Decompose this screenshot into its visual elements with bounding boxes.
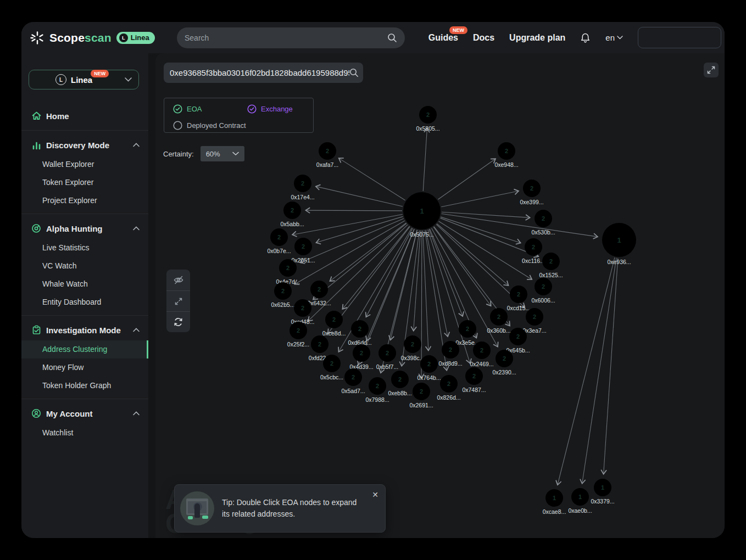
graph-node[interactable]: 20x3ea7...: [522, 308, 546, 334]
graph-node[interactable]: 20x62b5...: [271, 282, 294, 308]
sidebar-item-watchlist[interactable]: Watchlist: [21, 424, 148, 442]
graph-node[interactable]: 20xd6dd...: [348, 320, 371, 346]
graph-node[interactable]: 10xe936...: [602, 223, 636, 265]
svg-text:2: 2: [318, 341, 321, 348]
sidebar-section-home: Home: [21, 102, 148, 130]
graph-node[interactable]: 20xeb8b...: [388, 371, 411, 396]
graph-node[interactable]: 20x7487...: [462, 367, 486, 393]
node-address-label: 0xe936...: [607, 259, 631, 265]
graph-node[interactable]: 20x17e4...: [291, 175, 314, 200]
search-icon[interactable]: [349, 68, 359, 77]
graph-node[interactable]: 20xe399...: [520, 180, 543, 205]
sidebar-item-address-clustering[interactable]: Address Clustering: [21, 340, 148, 359]
filter-deployed-contract[interactable]: Deployed Contract: [173, 121, 304, 130]
node-address-label: 0x2691...: [409, 402, 433, 408]
chevron-down-icon: [232, 152, 239, 156]
svg-text:2: 2: [516, 333, 520, 340]
svg-text:1: 1: [578, 494, 582, 500]
language-selector[interactable]: en: [605, 33, 623, 42]
graph-node[interactable]: 20x4d39...: [349, 344, 373, 370]
nav-docs[interactable]: Docs: [473, 33, 494, 43]
graph-node[interactable]: 10x3379...: [591, 479, 614, 505]
tip-illustration: [180, 491, 214, 525]
graph-node[interactable]: 20x360b...: [487, 308, 510, 334]
sidebar-section-discovery-mode: Discovery ModeWallet ExplorerToken Explo…: [21, 130, 148, 214]
node-address-label: 0xd8d9...: [438, 360, 462, 367]
sidebar-item-whale-watch[interactable]: Whale Watch: [21, 275, 148, 293]
svg-text:2: 2: [426, 111, 430, 118]
brand[interactable]: Scopescan L Linea: [30, 22, 155, 53]
filter-exchange[interactable]: Exchange: [247, 104, 304, 114]
graph-edge: [558, 257, 615, 485]
sidebar-section-my-account: My AccountWatchlist: [21, 399, 148, 446]
graph-node[interactable]: 20xafa7...: [316, 142, 338, 168]
node-address-label: 0x7487...: [462, 387, 486, 393]
graph-node[interactable]: 10xcae8...: [543, 489, 566, 515]
sidebar-item-vc-watch[interactable]: VC Watch: [21, 257, 148, 275]
sidebar-item-money-flow[interactable]: Money Flow: [21, 359, 148, 377]
node-address-label: 0xeb8b...: [388, 390, 411, 396]
sidebar-nav: HomeDiscovery ModeWallet ExplorerToken E…: [21, 102, 148, 446]
graph-edge: [300, 219, 404, 262]
sidebar-heading-investigation-mode[interactable]: Investigation Mode: [21, 320, 148, 340]
sidebar-heading-home[interactable]: Home: [21, 105, 148, 126]
sidebar-item-token-explorer[interactable]: Token Explorer: [21, 173, 148, 192]
certainty-control: Certainty: 60%: [163, 146, 244, 161]
sidebar-item-wallet-explorer[interactable]: Wallet Explorer: [21, 155, 148, 173]
sidebar-item-live-statistics[interactable]: Live Statistics: [21, 239, 148, 257]
graph-node[interactable]: 20x2691...: [409, 383, 433, 408]
graph-node[interactable]: 20x398c...: [401, 335, 425, 361]
node-address-label: 0x5805...: [416, 125, 439, 132]
graph-node[interactable]: 20x5abb...: [280, 201, 304, 227]
graph-node[interactable]: 20x25f2...: [287, 322, 309, 348]
graph-node[interactable]: 20xe948...: [494, 142, 518, 168]
graph-node[interactable]: 20xb5f7...: [376, 344, 398, 370]
graph-node[interactable]: 20x3e5e...: [455, 320, 479, 346]
sidebar-item-token-holder-graph[interactable]: Token Holder Graph: [21, 377, 148, 395]
node-address-label: 0xcae8...: [543, 508, 566, 515]
graph-node[interactable]: 20x5ad7...: [341, 368, 365, 394]
close-icon[interactable]: ✕: [372, 490, 378, 499]
sidebar-item-project-explorer[interactable]: Project Explorer: [21, 192, 148, 210]
graph-node[interactable]: 10xae0b...: [568, 488, 592, 514]
unchecked-circle-icon: [173, 121, 182, 130]
graph-node[interactable]: 20xcd15...: [507, 285, 531, 311]
chevron-up-icon: [133, 411, 140, 416]
certainty-label: Certainty:: [163, 150, 194, 158]
graph-node[interactable]: 20x7988...: [365, 377, 389, 403]
nav-upgrade-plan[interactable]: Upgrade plan: [509, 33, 565, 43]
graph-node[interactable]: 20x1525...: [539, 253, 563, 278]
graph-node[interactable]: 20x5805...: [416, 106, 439, 132]
graph-node[interactable]: 20x2051...: [291, 238, 315, 264]
svg-text:2: 2: [480, 347, 483, 354]
svg-text:1: 1: [420, 207, 424, 215]
graph-node[interactable]: 20x2390...: [492, 350, 516, 376]
sidebar-heading-my-account[interactable]: My Account: [21, 403, 148, 424]
graph-node[interactable]: 20x6432...: [307, 281, 331, 306]
search-input[interactable]: [185, 33, 387, 42]
graph-node[interactable]: 20x530b...: [531, 210, 555, 236]
node-address-label: 0x5ad7...: [341, 388, 365, 394]
notification-bell-icon[interactable]: [580, 32, 591, 43]
svg-text:2: 2: [447, 380, 450, 387]
clipboard-icon: [30, 325, 42, 335]
graph-node[interactable]: 10x5075...: [403, 192, 441, 238]
graph-node[interactable]: 20x0b7e...: [267, 228, 291, 254]
address-input[interactable]: [170, 68, 349, 77]
node-address-label: 0x826d...: [437, 394, 460, 401]
nav-guides[interactable]: Guides NEW: [428, 33, 458, 43]
fit-view-button[interactable]: [166, 290, 190, 311]
svg-text:2: 2: [505, 148, 508, 154]
filter-eoa[interactable]: EOA: [173, 104, 247, 114]
graph-node[interactable]: 20x6006...: [531, 278, 555, 304]
svg-text:2: 2: [497, 313, 500, 320]
sidebar-heading-alpha-hunting[interactable]: Alpha Hunting: [21, 218, 148, 239]
wallet-connect-button[interactable]: [638, 27, 721, 48]
certainty-select[interactable]: 60%: [201, 146, 244, 161]
network-select[interactable]: L Linea NEW: [29, 70, 139, 89]
refresh-graph-button[interactable]: [166, 311, 190, 332]
hide-labels-button[interactable]: [166, 270, 190, 290]
sidebar-item-entity-dashboard[interactable]: Entity Dashboard: [21, 293, 148, 311]
sidebar-heading-discovery-mode[interactable]: Discovery Mode: [21, 135, 148, 155]
fullscreen-button[interactable]: [704, 63, 719, 77]
